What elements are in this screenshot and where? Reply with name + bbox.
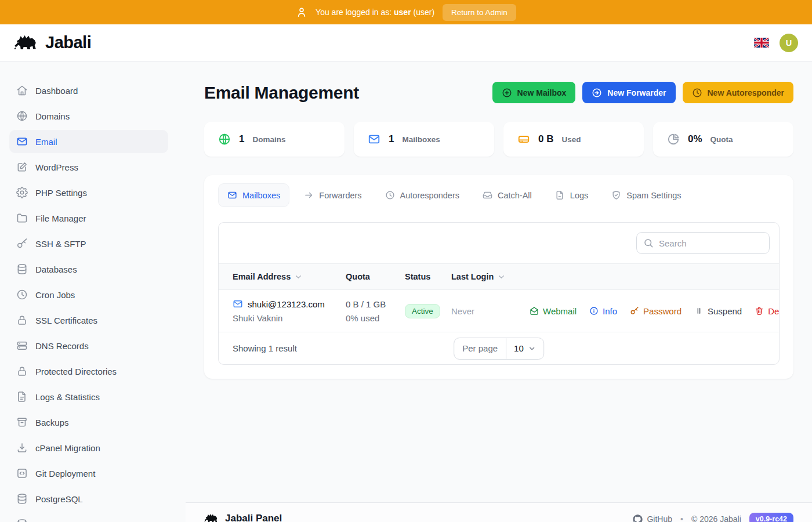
column-quota: Quota	[346, 272, 405, 281]
return-to-admin-button[interactable]: Return to Admin	[443, 4, 516, 21]
chevron-down-icon	[528, 345, 536, 353]
new-autoresponder-button[interactable]: New Autoresponder	[683, 82, 794, 103]
tab-logs[interactable]: Logs	[546, 184, 597, 206]
search-input[interactable]	[636, 232, 770, 254]
brand[interactable]: Jabali	[14, 33, 91, 53]
sidebar-item-label: DNS Records	[35, 341, 89, 351]
boar-logo-icon	[14, 33, 39, 53]
tab-spam-settings[interactable]: Spam Settings	[603, 184, 690, 206]
new-forwarder-button[interactable]: New Forwarder	[582, 82, 675, 103]
lock-icon	[16, 365, 28, 377]
sidebar-item-ssh-sftp[interactable]: SSH & SFTP	[9, 232, 168, 255]
sidebar-item-partial[interactable]	[9, 513, 168, 522]
sidebar-item-databases[interactable]: Databases	[9, 258, 168, 281]
suspend-button[interactable]: Suspend	[694, 306, 742, 316]
search-row	[219, 223, 779, 263]
stat-value: 1	[389, 133, 394, 145]
sidebar-item-dashboard[interactable]: Dashboard	[9, 79, 168, 102]
main-content: Email Management New Mailbox New Forward…	[186, 61, 812, 522]
sidebar-item-cpanel-migration[interactable]: cPanel Migration	[9, 436, 168, 459]
brand-name: Jabali	[45, 33, 91, 52]
github-icon	[633, 514, 643, 522]
status-badge: Active	[405, 304, 440, 318]
tab-forwarders[interactable]: Forwarders	[295, 184, 370, 206]
sidebar-item-label: PHP Settings	[35, 188, 87, 198]
tab-catch-all[interactable]: Catch-All	[474, 184, 541, 206]
column-label: Status	[405, 272, 430, 281]
pie-chart-icon	[667, 133, 680, 146]
sidebar-item-wordpress[interactable]: WordPress	[9, 155, 168, 179]
sidebar-item-label: Dashboard	[35, 86, 78, 96]
per-page-value: 10	[514, 343, 524, 353]
tab-label: Logs	[570, 191, 588, 200]
key-icon	[16, 238, 28, 249]
delete-button[interactable]: Delete	[755, 306, 780, 316]
database-icon	[16, 493, 28, 505]
new-mailbox-label: New Mailbox	[517, 88, 567, 97]
row-actions: Webmail Info Password Suspend Delete	[530, 306, 780, 316]
new-mailbox-button[interactable]: New Mailbox	[492, 82, 576, 103]
tab-autoresponders[interactable]: Autoresponders	[376, 184, 468, 206]
password-button[interactable]: Password	[630, 306, 682, 316]
webmail-button[interactable]: Webmail	[530, 306, 577, 316]
clock-icon	[385, 190, 395, 200]
sidebar-item-logs-statistics[interactable]: Logs & Statistics	[9, 385, 168, 408]
quota-used: 0% used	[346, 313, 405, 323]
page-title: Email Management	[204, 83, 359, 103]
sidebar-item-cron-jobs[interactable]: Cron Jobs	[9, 283, 168, 306]
stat-value: 0 B	[538, 133, 553, 145]
search-icon	[643, 238, 654, 248]
mail-icon	[233, 299, 243, 309]
sidebar-item-php-settings[interactable]: PHP Settings	[9, 181, 168, 204]
app-window: You are logged in as: user (user) Return…	[0, 0, 812, 522]
sidebar-item-label: File Manager	[35, 213, 86, 223]
database-icon	[16, 519, 28, 522]
table-row: shuki@123123.com Shuki Vaknin 0 B / 1 GB…	[219, 290, 779, 332]
sidebar-item-domains[interactable]: Domains	[9, 104, 168, 128]
sidebar-item-backups[interactable]: Backups	[9, 411, 168, 434]
cell-quota: 0 B / 1 GB 0% used	[346, 299, 405, 323]
trash-icon	[755, 306, 764, 316]
sidebar-item-label: cPanel Migration	[35, 443, 100, 453]
impersonation-prefix: You are logged in as:	[316, 8, 392, 17]
new-forwarder-label: New Forwarder	[607, 88, 666, 97]
language-flag-icon[interactable]	[754, 38, 769, 48]
sidebar-item-file-manager[interactable]: File Manager	[9, 206, 168, 230]
sidebar-item-dns-records[interactable]: DNS Records	[9, 334, 168, 357]
tab-mailboxes[interactable]: Mailboxes	[218, 183, 289, 207]
column-email-address[interactable]: Email Address	[233, 272, 346, 281]
sidebar-item-label: Email	[35, 137, 57, 147]
info-icon	[589, 306, 599, 316]
sidebar-item-label: Domains	[35, 111, 70, 121]
sidebar-item-label: Protected Directories	[35, 367, 117, 376]
footer-brand: Jabali Panel	[204, 513, 282, 522]
search-box	[636, 232, 770, 254]
sidebar-item-ssl-certificates[interactable]: SSL Certificates	[9, 309, 168, 332]
sidebar-item-protected-directories[interactable]: Protected Directories	[9, 360, 168, 383]
info-button[interactable]: Info	[589, 306, 617, 316]
arrow-right-circle-icon	[592, 88, 602, 98]
per-page-select[interactable]: 10	[506, 338, 543, 359]
column-last-login[interactable]: Last Login	[451, 272, 530, 281]
sidebar-item-postgresql[interactable]: PostgreSQL	[9, 487, 168, 510]
sidebar-item-email[interactable]: Email	[9, 130, 168, 153]
stat-card-quota: 0% Quota	[653, 122, 793, 157]
boar-logo-icon	[204, 513, 219, 522]
stat-value: 0%	[688, 133, 702, 145]
email-address[interactable]: shuki@123123.com	[248, 299, 325, 309]
suspend-label: Suspend	[708, 306, 742, 316]
sidebar-item-git-deployment[interactable]: Git Deployment	[9, 462, 168, 485]
avatar[interactable]: U	[780, 34, 798, 52]
impersonation-bar: You are logged in as: user (user) Return…	[0, 0, 812, 24]
stats-row: 1 Domains 1 Mailboxes 0 B Used 0% Quota	[204, 122, 793, 157]
inbox-icon	[483, 190, 492, 200]
key-icon	[630, 306, 639, 316]
version-badge[interactable]: v0.9-rc42	[749, 513, 793, 522]
cell-email: shuki@123123.com Shuki Vaknin	[233, 299, 346, 323]
github-link[interactable]: GitHub	[633, 514, 672, 522]
tab-bar: Mailboxes Forwarders Autoresponders Catc…	[218, 183, 780, 207]
shield-check-icon	[611, 190, 621, 200]
mail-icon	[368, 133, 380, 146]
delete-label: Delete	[768, 306, 780, 316]
code-icon	[16, 467, 28, 479]
